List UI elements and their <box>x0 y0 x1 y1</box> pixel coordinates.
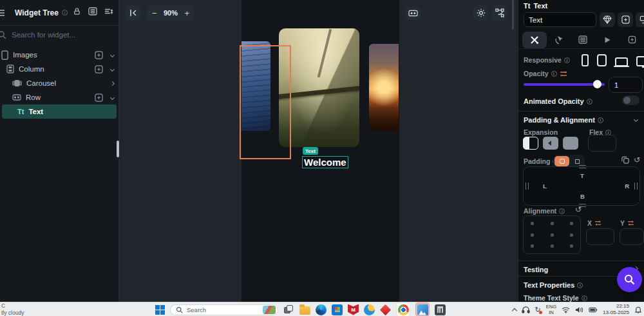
speaker-icon[interactable] <box>575 306 583 313</box>
lock-icon[interactable] <box>73 7 81 15</box>
undo-icon[interactable] <box>575 206 582 213</box>
task-view-icon[interactable] <box>283 304 294 315</box>
chevron-down-icon[interactable] <box>110 52 115 57</box>
add-widget-icon[interactable] <box>95 51 103 59</box>
responsive-label: Responsive <box>524 56 570 64</box>
tab-animations-list[interactable] <box>571 32 596 48</box>
variable-settings-icon[interactable] <box>560 70 567 77</box>
padding-rounded-option[interactable] <box>554 156 569 166</box>
y-label: Y <box>620 219 634 227</box>
info-icon <box>577 282 583 288</box>
search-fab[interactable] <box>617 267 642 292</box>
padding-right-label: R <box>625 183 629 190</box>
edge-icon[interactable] <box>316 304 327 315</box>
tree-item-row[interactable]: Row <box>0 90 118 104</box>
padding-right-handle[interactable] <box>634 183 638 190</box>
canvas-scrollbar[interactable] <box>512 0 514 30</box>
padding-top-handle[interactable] <box>579 165 586 168</box>
sort-collapse-icon[interactable] <box>104 7 113 15</box>
tab-play[interactable] <box>595 32 620 48</box>
tree-item-column[interactable]: Column <box>0 62 118 76</box>
tree-item-text[interactable]: Text <box>2 104 117 119</box>
add-widget-icon[interactable] <box>618 12 633 27</box>
welcome-text-widget[interactable]: Welcome <box>302 156 348 168</box>
battery-icon[interactable] <box>589 307 598 313</box>
alignment-grid[interactable] <box>523 215 581 254</box>
chevron-down-icon[interactable] <box>110 66 115 71</box>
x-input[interactable] <box>586 228 614 245</box>
info-icon <box>598 117 603 123</box>
store-icon[interactable] <box>332 304 343 315</box>
wifi-icon[interactable] <box>562 306 570 313</box>
taskbar-clock[interactable]: 22:15 13-05-2025 <box>603 303 629 316</box>
tablet-icon[interactable] <box>597 54 607 66</box>
undo-icon[interactable] <box>634 156 640 164</box>
chevron-right-icon[interactable] <box>110 81 115 85</box>
flex-input[interactable] <box>588 135 616 152</box>
expansion-option-none[interactable] <box>563 137 578 150</box>
mcafee-icon[interactable]: M <box>348 304 359 315</box>
transform-icon[interactable] <box>636 12 644 27</box>
animated-opacity-toggle[interactable] <box>622 95 639 105</box>
widget-tree-panel: Widget Tree <box>0 0 119 302</box>
expansion-option-collapse[interactable] <box>543 137 558 150</box>
copy-icon[interactable] <box>621 156 629 164</box>
photos-taskbar-button[interactable] <box>415 302 430 316</box>
language-indicator[interactable]: ENG IN <box>546 304 556 315</box>
text-properties-header[interactable]: Text Properties <box>524 281 583 289</box>
windows-start-button[interactable] <box>155 305 165 315</box>
collapse-left-icon[interactable] <box>126 5 141 21</box>
add-widget-icon[interactable] <box>95 65 103 74</box>
zoom-in-button[interactable]: + <box>184 8 189 18</box>
file-explorer-icon[interactable] <box>299 306 310 315</box>
vector-nodes-icon[interactable] <box>492 5 507 21</box>
sun-icon[interactable] <box>473 5 489 21</box>
laptop-icon[interactable] <box>615 57 628 66</box>
calculator-icon[interactable] <box>435 304 446 315</box>
testing-header[interactable]: Testing <box>524 266 548 273</box>
tree-item-images[interactable]: Images <box>0 48 118 62</box>
widget-name-input[interactable] <box>524 12 596 27</box>
gem-icon[interactable] <box>600 12 615 27</box>
opacity-input[interactable] <box>609 77 643 93</box>
sync-icon[interactable] <box>535 306 541 313</box>
expansion-option-start[interactable] <box>523 137 538 150</box>
padding-top-label: T <box>580 172 584 179</box>
chevron-down-icon[interactable] <box>634 117 638 122</box>
taskbar-search[interactable]: Search <box>170 304 278 315</box>
diamond-app-icon[interactable] <box>380 304 391 315</box>
chrome-taskbar-button[interactable] <box>396 302 410 316</box>
padding-left-handle[interactable] <box>526 183 529 190</box>
headphones-icon[interactable] <box>522 306 530 313</box>
tray-expand-icon[interactable] <box>511 308 516 313</box>
board-icon[interactable] <box>405 6 421 20</box>
weather-widget[interactable]: C tly cloudy <box>1 302 24 316</box>
y-input[interactable] <box>620 228 644 245</box>
panel-list-icon[interactable] <box>88 7 97 15</box>
padding-alignment-header[interactable]: Padding & Alignment <box>524 116 603 124</box>
design-canvas[interactable]: Text Welcome − 90% + <box>119 0 518 302</box>
tree-outline-icon[interactable] <box>0 8 6 17</box>
add-widget-icon[interactable] <box>95 94 103 102</box>
desktop-icon[interactable] <box>636 56 644 66</box>
widget-search[interactable] <box>0 26 118 44</box>
tree-item-carousel[interactable]: Carousel <box>0 76 118 90</box>
search-label: Search <box>187 306 259 313</box>
tab-actions[interactable] <box>547 32 571 48</box>
theme-text-style-label[interactable]: Theme Text Style <box>524 294 587 302</box>
bell-icon[interactable] <box>634 306 642 313</box>
carousel-image-sunset[interactable] <box>369 44 399 131</box>
inspector-tabs <box>518 31 644 49</box>
tab-doc-plus[interactable] <box>620 32 644 48</box>
tab-properties[interactable] <box>522 32 547 48</box>
variable-settings-icon[interactable] <box>627 220 634 226</box>
chevron-down-icon[interactable] <box>110 95 115 99</box>
search-input[interactable] <box>10 30 100 39</box>
info-icon <box>559 208 565 214</box>
phone-icon[interactable] <box>582 54 589 66</box>
photos-icon <box>417 304 428 315</box>
variable-settings-icon[interactable] <box>594 220 601 226</box>
zoom-out-button[interactable]: − <box>152 8 157 18</box>
opacity-slider-knob[interactable] <box>593 80 601 88</box>
msn-weather-icon[interactable] <box>364 304 375 315</box>
